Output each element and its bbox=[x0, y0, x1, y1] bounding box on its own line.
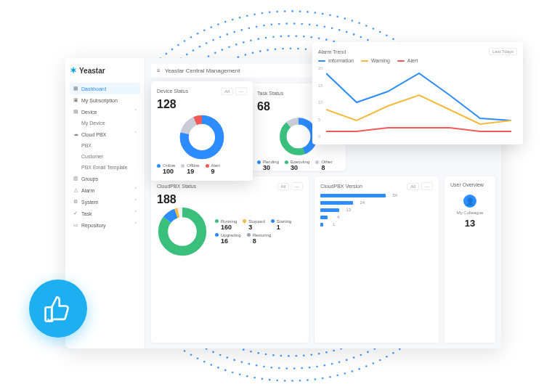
svg-point-864 bbox=[235, 44, 238, 46]
svg-point-1029 bbox=[367, 39, 369, 41]
svg-point-799 bbox=[310, 354, 312, 356]
svg-point-875 bbox=[318, 37, 320, 39]
svg-point-943 bbox=[293, 367, 296, 369]
svg-point-1161 bbox=[177, 44, 179, 46]
sidebar-item-pbx[interactable]: PBX bbox=[70, 140, 140, 151]
svg-point-1094 bbox=[307, 379, 309, 381]
svg-point-1096 bbox=[291, 380, 293, 382]
nav-label: Groups bbox=[81, 176, 98, 181]
chevron-icon: ˄ bbox=[134, 131, 137, 137]
alarm-trend-title: Alarm Trend bbox=[318, 49, 346, 54]
sidebar-item-groups[interactable]: ▥Groups bbox=[70, 173, 140, 184]
alarm-trend-card: Alarm Trend Last 7days InformationWarnin… bbox=[312, 42, 523, 144]
svg-point-872 bbox=[296, 35, 298, 37]
svg-point-1083 bbox=[386, 356, 388, 358]
legend-value: 30 bbox=[263, 164, 270, 171]
chevron-icon: ˅ bbox=[134, 187, 137, 193]
cloudpbx-version-filter[interactable]: All bbox=[407, 183, 419, 190]
svg-point-952 bbox=[227, 356, 229, 359]
svg-point-1173 bbox=[261, 12, 264, 15]
svg-point-1011 bbox=[233, 31, 235, 33]
svg-point-1084 bbox=[379, 359, 381, 362]
svg-point-1006 bbox=[199, 46, 201, 48]
sidebar-item-pbx-email-template[interactable]: PBX Email Template bbox=[70, 162, 140, 173]
svg-point-1188 bbox=[373, 28, 375, 30]
svg-point-940 bbox=[316, 366, 318, 368]
svg-point-953 bbox=[219, 354, 222, 356]
svg-point-867 bbox=[257, 38, 259, 40]
svg-point-1022 bbox=[316, 25, 318, 27]
svg-point-1168 bbox=[224, 21, 227, 23]
svg-point-1184 bbox=[344, 17, 346, 20]
svg-point-1110 bbox=[190, 354, 192, 356]
svg-point-737 bbox=[305, 48, 307, 50]
legend-item: Alert9 bbox=[206, 163, 220, 175]
sidebar-item-device[interactable]: ▤Device˄ bbox=[70, 106, 140, 118]
svg-point-1189 bbox=[379, 31, 381, 33]
legend-item: Information bbox=[318, 58, 354, 63]
chevron-icon: ˅ bbox=[134, 199, 137, 205]
bar-label: 24 bbox=[356, 200, 365, 205]
svg-point-801 bbox=[296, 355, 298, 357]
sidebar-item-system[interactable]: ⚙System˅ bbox=[70, 196, 140, 208]
svg-point-1167 bbox=[217, 23, 219, 25]
svg-point-1088 bbox=[352, 370, 354, 372]
device-status-donut bbox=[179, 114, 225, 160]
cloudpbx-version-menu[interactable]: ⋯ bbox=[421, 182, 433, 190]
sidebar-item-my-subscription[interactable]: ▣My Subscription bbox=[70, 94, 140, 106]
cloudpbx-status-menu[interactable]: ⋯ bbox=[291, 182, 303, 190]
legend-item: Pending30 bbox=[257, 160, 279, 171]
nav-label: PBX bbox=[81, 143, 92, 148]
svg-point-1166 bbox=[211, 26, 213, 28]
device-status-filter[interactable]: All bbox=[221, 88, 233, 95]
legend-item: Warning bbox=[361, 58, 390, 63]
svg-point-1103 bbox=[239, 374, 241, 376]
svg-point-1159 bbox=[166, 53, 168, 55]
sidebar-item-customer[interactable]: Customer bbox=[70, 151, 140, 162]
sidebar-item-cloud-pbx[interactable]: ☁Cloud PBX˄ bbox=[70, 128, 140, 140]
svg-point-1008 bbox=[212, 39, 214, 41]
device-status-menu[interactable]: ⋯ bbox=[235, 87, 247, 95]
sidebar-item-my-device[interactable]: My Device bbox=[70, 118, 140, 128]
nav-label: Alarm bbox=[81, 188, 94, 193]
svg-point-1024 bbox=[331, 27, 333, 29]
avatar-icon[interactable]: 👤 bbox=[463, 195, 476, 208]
svg-point-874 bbox=[310, 36, 312, 38]
svg-point-1169 bbox=[232, 19, 234, 21]
svg-point-733 bbox=[275, 48, 277, 50]
legend-item: Starting1 bbox=[271, 219, 292, 231]
nav-label: My Device bbox=[81, 121, 105, 126]
brand-logo: ✶ Yeastar bbox=[70, 65, 140, 75]
alarm-trend-chart bbox=[326, 66, 511, 139]
menu-icon[interactable]: ≡ bbox=[157, 68, 161, 74]
device-status-legend: Online100Offline19Alert9 bbox=[157, 163, 247, 175]
alarm-trend-yaxis: 20151050 bbox=[318, 66, 323, 139]
device-status-title: Device Status bbox=[157, 89, 188, 94]
svg-point-954 bbox=[212, 351, 214, 354]
sidebar-item-alarm[interactable]: △Alarm˅ bbox=[70, 184, 140, 196]
cloudpbx-version-title: CloudPBX Version bbox=[320, 184, 362, 189]
svg-point-1015 bbox=[263, 25, 265, 27]
nav-label: Customer bbox=[81, 154, 103, 159]
svg-point-1017 bbox=[278, 23, 280, 25]
cloudpbx-status-filter[interactable]: All bbox=[277, 183, 290, 190]
svg-point-1107 bbox=[211, 364, 213, 366]
svg-point-934 bbox=[360, 354, 362, 356]
svg-point-950 bbox=[240, 361, 243, 363]
svg-point-806 bbox=[257, 352, 259, 354]
legend-item: Alert bbox=[397, 58, 418, 63]
sidebar-item-repository[interactable]: ▭Repository˅ bbox=[70, 219, 140, 231]
alarm-trend-filter[interactable]: Last 7days bbox=[489, 48, 517, 55]
svg-point-1186 bbox=[358, 23, 360, 25]
legend-item: Other8 bbox=[315, 160, 332, 171]
svg-point-731 bbox=[259, 50, 261, 52]
nav-icon: ☁ bbox=[73, 131, 78, 137]
svg-point-1182 bbox=[329, 14, 331, 16]
svg-point-1092 bbox=[322, 377, 324, 380]
nav-label: PBX Email Template bbox=[81, 165, 128, 170]
sidebar-item-task[interactable]: ✓Task˅ bbox=[70, 208, 140, 219]
svg-point-1012 bbox=[240, 29, 243, 31]
alarm-trend-legend: InformationWarningAlert bbox=[318, 58, 517, 63]
sidebar-item-dashboard[interactable]: ▦Dashboard bbox=[70, 83, 140, 94]
svg-point-732 bbox=[267, 49, 269, 52]
